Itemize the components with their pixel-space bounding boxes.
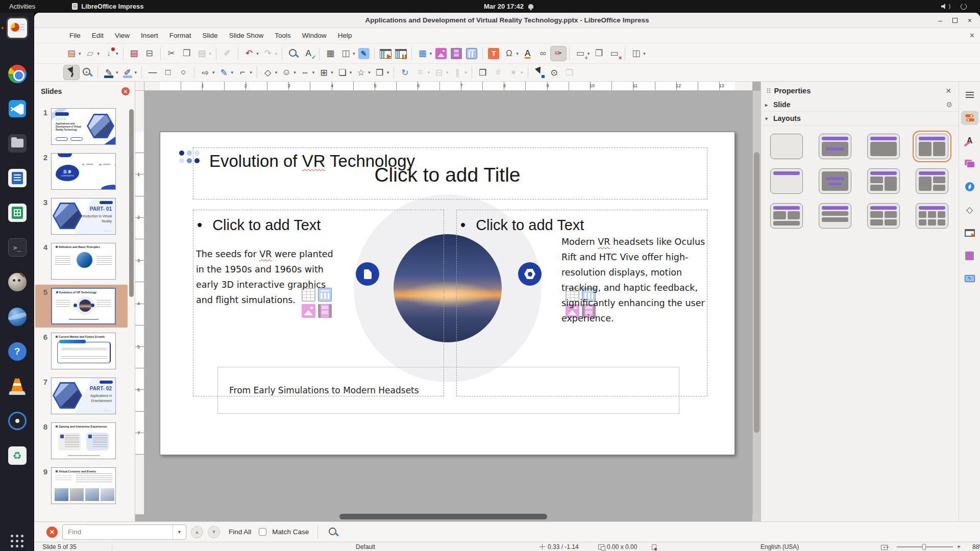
styles-tab[interactable]: A (961, 134, 978, 148)
slide-layout-dropdown-arrow[interactable]: ▾ (643, 51, 646, 56)
dock-item-vscode[interactable] (6, 97, 29, 120)
dock-item-terminal[interactable]: >_ (6, 236, 29, 259)
panel-grip-icon[interactable]: ⠿ (766, 87, 770, 95)
edit-master-button[interactable]: ✎ (357, 47, 371, 60)
layout-title-only[interactable] (770, 168, 803, 194)
zoom-slider-thumb[interactable] (922, 544, 926, 550)
restore-button[interactable] (952, 18, 958, 23)
layouts-section-header[interactable]: ▾ Layouts (761, 112, 959, 126)
menu-window[interactable]: Window (297, 30, 332, 41)
stars-and-banners-button[interactable]: ☆▾ (353, 65, 372, 80)
slide-layout-button[interactable]: ◫▾ (628, 46, 647, 61)
properties-tab[interactable] (961, 111, 978, 125)
language-status[interactable]: English (USA) (761, 543, 799, 550)
horizontal-scrollbar-thumb[interactable] (339, 514, 547, 519)
dock-item-help[interactable]: ? (6, 340, 29, 363)
undo-dropdown-arrow[interactable]: ▾ (256, 51, 259, 56)
dock-item-libreoffice-impress[interactable] (6, 17, 29, 39)
insert-text-box-button[interactable] (486, 46, 501, 61)
zoom-pan-button[interactable] (79, 65, 94, 80)
distribute-dropdown-arrow[interactable]: ▾ (464, 70, 467, 75)
export-pdf-button[interactable]: ▤ (127, 46, 142, 61)
layout-title-6-content[interactable] (916, 203, 948, 229)
title-bar[interactable]: Applications and Development of Virtual … (34, 13, 980, 28)
curves-and-polygons-dropdown-arrow[interactable]: ▾ (231, 70, 234, 75)
properties-close-button[interactable]: ✕ (945, 87, 951, 95)
slide-transition-tab[interactable] (961, 226, 978, 240)
vertical-scrollbar-thumb[interactable] (754, 152, 760, 433)
rotate-button[interactable]: ↻ (397, 65, 412, 80)
close-document-button[interactable]: ✕ (969, 32, 975, 39)
menu-edit[interactable]: Edit (86, 30, 109, 41)
rectangle-button[interactable]: □ (160, 65, 176, 80)
object-size-status[interactable]: 0.00 x 0.00 (598, 543, 637, 550)
gallery-tab[interactable] (961, 157, 978, 171)
slide-thumbnail-1[interactable]: 1 20XXApplications and Development of Vi… (35, 105, 128, 148)
fill-color-button[interactable]: ✐▾ (120, 65, 139, 80)
template-status[interactable]: Default (356, 543, 375, 550)
special-character-dropdown-arrow[interactable]: ▾ (516, 51, 519, 56)
navigator-tab[interactable] (961, 180, 978, 194)
connectors-button[interactable]: ⌐▾ (235, 65, 254, 80)
line-color-button[interactable]: ✎▾ (101, 65, 120, 80)
layout-title-content[interactable] (867, 134, 900, 159)
slide-thumbnail-6[interactable]: 6 Current Market and Future Growth (35, 330, 128, 372)
system-tray[interactable]: ) (941, 4, 967, 10)
save-button[interactable]: ↓▾ (101, 46, 120, 61)
basic-shapes-dropdown-arrow[interactable]: ▾ (275, 70, 278, 75)
dock-item-globe-app[interactable] (6, 306, 29, 328)
print-button[interactable]: ⊟ (142, 46, 157, 61)
vertical-ruler[interactable]: 1234567 (135, 91, 144, 514)
slide-thumbnail-7[interactable]: 7 PART- 02Applications in Entertainment‹… (35, 374, 128, 417)
redo-dropdown-arrow[interactable]: ▾ (275, 51, 278, 56)
slide-thumbnail-4[interactable]: 4 Definition and Basic Principles (35, 240, 128, 283)
edit-points-button[interactable] (531, 65, 547, 80)
callout-shapes-button[interactable]: ❏▾ (335, 65, 354, 80)
display-grid-button[interactable]: ▦ (323, 46, 338, 61)
dock-item-show-applications[interactable] (6, 525, 29, 548)
new-presentation-button[interactable]: ▤▾ (64, 46, 83, 61)
slide-thumbnail-3[interactable]: 3 PART- 01Introduction to Virtual Realit… (35, 195, 128, 238)
caption-text-box[interactable]: From Early Simulations to Modern Headset… (217, 367, 679, 414)
slide-thumbnail-5[interactable]: 5 Evolution of VR Technology (35, 285, 128, 328)
start-from-first-slide-button[interactable] (378, 46, 393, 61)
slides-panel-scrollbar[interactable] (129, 109, 134, 297)
arrange-dropdown-arrow[interactable]: ▾ (446, 70, 449, 75)
connectors-dropdown-arrow[interactable]: ▾ (250, 70, 252, 75)
cursor-position-status[interactable]: 0.33 / -1.14 (540, 543, 579, 550)
display-views-dropdown-arrow[interactable]: ▾ (353, 51, 355, 56)
dock-item-software-updater[interactable]: ♻ (6, 444, 29, 467)
align-objects-dropdown-arrow[interactable]: ▾ (427, 70, 430, 75)
slide-thumbnail-9[interactable]: 9 Virtual Concerts and Events (35, 464, 128, 507)
basic-shapes-button[interactable]: ◇▾ (260, 65, 279, 80)
minimize-button[interactable]: – (938, 17, 942, 24)
slide-title-text[interactable]: Evolution of VR Technology (209, 152, 415, 171)
menu-file[interactable]: File (64, 30, 86, 41)
layout-blank[interactable] (770, 134, 803, 159)
menu-format[interactable]: Format (164, 30, 197, 41)
insert-hyperlink-button[interactable]: ∞ (535, 46, 551, 61)
callout-shapes-dropdown-arrow[interactable]: ▾ (350, 70, 352, 75)
slide-canvas[interactable]: Evolution of VR Technology Click to add … (144, 91, 752, 514)
display-views-button[interactable]: ◫▾ (338, 46, 357, 61)
find-all-label[interactable]: Find All (229, 528, 251, 536)
find-and-replace-icon[interactable] (327, 526, 339, 538)
find-previous-button[interactable]: ▲ (191, 526, 203, 538)
menu-insert[interactable]: Insert (135, 30, 164, 41)
master-slides-tab[interactable]: ✎ (961, 271, 978, 286)
symbol-shapes-button[interactable]: ☺▾ (279, 65, 298, 80)
layout-title-2-content-over-content[interactable] (770, 203, 803, 229)
find-and-replace-button[interactable] (285, 46, 301, 61)
find-next-button[interactable]: ▼ (208, 526, 220, 538)
dock-item-files[interactable] (6, 132, 29, 155)
cut-button[interactable]: ✂ (164, 46, 179, 61)
menu-slide[interactable]: Slide (197, 30, 224, 41)
open-button[interactable]: ▱▾ (83, 46, 102, 61)
dock-item-media-player[interactable] (6, 410, 29, 432)
layout-title-content-and-2-content[interactable] (916, 168, 948, 194)
find-input[interactable] (63, 528, 173, 536)
find-close-button[interactable]: ✕ (46, 527, 58, 538)
zoom-slider[interactable] (897, 546, 953, 547)
zoom-in-button[interactable]: + (957, 543, 961, 550)
layout-title-4-content[interactable] (867, 203, 900, 229)
